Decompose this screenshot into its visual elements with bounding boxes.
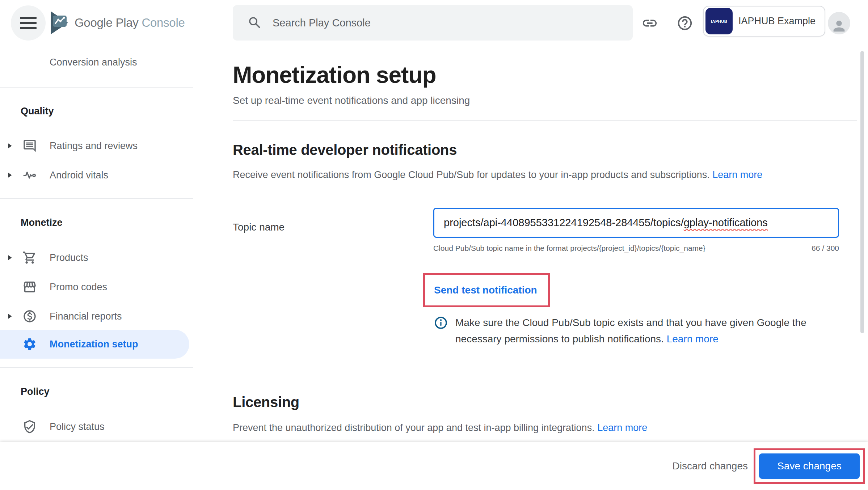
app-switcher-button[interactable]: IAPHUB IAPHUB Example [703, 6, 825, 37]
rtdn-description: Receive event notifications from Google … [233, 169, 762, 181]
google-play-console-logo: Google PlayConsole [49, 10, 185, 35]
sidebar-item-products[interactable]: Products [0, 249, 193, 266]
annotation-box-send-test: Send test notification [423, 273, 550, 307]
topic-value: projects/api-4408955331224192548-284455/… [444, 217, 684, 229]
app-icon-label: IAPHUB [711, 19, 727, 24]
vitals-pulse-icon [22, 168, 37, 182]
topic-helper-text: Cloud Pub/Sub topic name in the format p… [433, 244, 705, 253]
expand-caret-icon[interactable] [7, 254, 13, 261]
hamburger-menu-button[interactable] [11, 5, 46, 41]
sidebar-section-policy: Policy [21, 386, 50, 397]
info-icon [434, 316, 447, 329]
rtdn-heading: Real-time developer notifications [233, 142, 457, 158]
sidebar-item-financial-reports[interactable]: Financial reports [0, 308, 193, 325]
gear-icon [22, 337, 37, 351]
sidebar-item-policy-status[interactable]: Policy status [0, 418, 193, 435]
topic-name-label: Topic name [233, 221, 285, 233]
sidebar-item-ratings-and-reviews[interactable]: Ratings and reviews [0, 137, 193, 155]
note-text: Make sure the Cloud Pub/Sub topic exists… [455, 314, 806, 347]
sidebar-divider [0, 367, 193, 368]
pubsub-info-note: Make sure the Cloud Pub/Sub topic exists… [434, 314, 806, 347]
sidebar-item-promo-codes[interactable]: Promo codes [0, 278, 193, 296]
scrollbar-thumb[interactable] [860, 51, 864, 333]
section-divider [233, 120, 857, 121]
sidebar-item-android-vitals[interactable]: Android vitals [0, 166, 193, 184]
licensing-description: Prevent the unauthorized distribution of… [233, 422, 647, 434]
reviews-icon [22, 139, 37, 153]
send-test-notification-button[interactable]: Send test notification [434, 284, 537, 296]
avatar[interactable] [828, 12, 850, 34]
expand-caret-icon[interactable] [7, 313, 13, 320]
storefront-icon [22, 280, 37, 294]
save-changes-button[interactable]: Save changes [759, 453, 860, 479]
licensing-heading: Licensing [233, 394, 299, 410]
play-console-app: Google PlayConsole IAPHUB IAPHUB Example… [0, 0, 868, 490]
bottom-action-bar: Discard changes Save changes [0, 442, 868, 490]
dollar-circle-icon [22, 309, 37, 324]
note-learn-more-link[interactable]: Learn more [667, 333, 719, 345]
app-icon: IAPHUB [705, 8, 733, 34]
topic-helper-row: Cloud Pub/Sub topic name in the format p… [433, 244, 839, 253]
logo-text-console: Console [142, 16, 185, 29]
play-logo-icon [49, 10, 69, 35]
annotation-box-save: Save changes [754, 448, 865, 484]
sidebar-item-conversion-analysis[interactable]: Conversion analysis [0, 54, 193, 71]
sidebar-section-quality: Quality [21, 106, 54, 117]
search-bar[interactable] [233, 5, 633, 41]
page-title: Monetization setup [233, 62, 436, 88]
app-name-label: IAPHUB Example [738, 16, 816, 27]
link-icon[interactable] [641, 15, 658, 31]
page-subtitle: Set up real-time event notifications and… [233, 95, 470, 106]
rtdn-learn-more-link[interactable]: Learn more [712, 169, 762, 180]
search-icon [247, 15, 262, 30]
expand-caret-icon[interactable] [7, 172, 13, 178]
topic-value-spellcheck: gplay-notifications [684, 217, 768, 229]
hamburger-icon [20, 17, 37, 19]
person-icon [831, 18, 847, 34]
sidebar-section-monetize: Monetize [21, 217, 63, 228]
search-input[interactable] [273, 17, 562, 29]
shield-check-icon [22, 419, 37, 434]
cart-icon [22, 250, 37, 265]
expand-caret-icon[interactable] [7, 143, 13, 149]
logo-text-google-play: Google Play [75, 16, 138, 29]
topic-name-input[interactable]: projects/api-4408955331224192548-284455/… [433, 208, 839, 238]
sidebar-divider [0, 198, 193, 199]
sidebar-item-monetization-setup[interactable]: Monetization setup [0, 335, 193, 353]
sidebar-divider [0, 87, 193, 88]
licensing-learn-more-link[interactable]: Learn more [597, 422, 647, 433]
discard-changes-button[interactable]: Discard changes [672, 460, 748, 472]
char-counter: 66 / 300 [812, 244, 839, 253]
help-icon[interactable] [677, 15, 693, 31]
